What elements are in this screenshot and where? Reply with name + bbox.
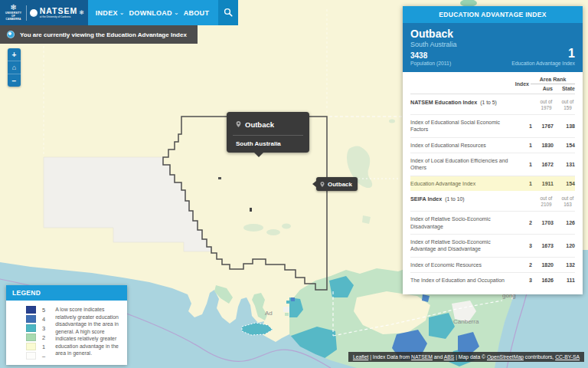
popup-subtitle: South Australia xyxy=(233,136,303,148)
col-area-rank: Area Rank Aus State xyxy=(531,77,575,91)
section-header-seifa: SEIFA Index (1 to 10) out of 2109 out of… xyxy=(410,191,575,211)
map-zoom-controls: + ⌂ − xyxy=(8,48,21,87)
table-row[interactable]: The Index of Education and Occupation 3 … xyxy=(410,272,575,288)
legend-item: 3 xyxy=(26,324,45,332)
natsem-link[interactable]: NATSEM xyxy=(411,354,433,360)
map-popup-outback[interactable]: Outback South Australia xyxy=(227,112,309,153)
score-block: 1 Education Advantage Index xyxy=(511,48,575,66)
zoom-in-button[interactable]: + xyxy=(8,48,21,61)
col-aus: Aus xyxy=(531,86,553,91)
legend-description: A low score indicates relatively greater… xyxy=(55,306,119,360)
notification-text: You are currently viewing the Education … xyxy=(20,31,187,38)
table-header: Index Area Rank Aus State xyxy=(410,72,575,94)
table-row[interactable]: Index of Relative Socio-Economic Disadva… xyxy=(410,211,575,234)
main-nav: INDEX ⌄ DOWNLOAD ⌄ ABOUT xyxy=(88,0,218,25)
natsem-logo: NATSEM at the University of Canberra xyxy=(40,7,78,18)
map-pin-icon xyxy=(236,117,241,131)
search-button[interactable] xyxy=(218,0,238,25)
table-row[interactable]: Index of Economic Resources 2 1820 132 xyxy=(410,257,575,272)
nav-item-index[interactable]: INDEX ⌄ xyxy=(96,9,125,17)
university-of-canberra-logo: ❄ UNIVERSITY OF CANBERRA xyxy=(4,4,23,21)
legend-item: 1 xyxy=(26,343,45,350)
index-table: Index Area Rank Aus State NATSEM Educati… xyxy=(403,72,583,294)
legend-swatch xyxy=(26,343,36,350)
col-state: State xyxy=(553,86,575,91)
legend-swatch xyxy=(26,306,36,314)
table-row[interactable]: Index of Educational Resources 1 1830 15… xyxy=(410,137,575,153)
notification-bar: You are currently viewing the Education … xyxy=(0,25,198,44)
legend-swatch xyxy=(26,315,36,323)
search-icon xyxy=(224,6,233,20)
label-adelaide: Ad xyxy=(265,310,273,317)
nav-item-download[interactable]: DOWNLOAD ⌄ xyxy=(129,9,179,17)
nav-label: ABOUT xyxy=(184,9,210,17)
legend-swatch xyxy=(26,334,36,341)
natsem-snowflake-icon: ❄ xyxy=(79,9,84,16)
map-pin-icon xyxy=(320,177,325,191)
ccbysa-link[interactable]: CC-BY-SA xyxy=(555,354,580,360)
score-label: Education Advantage Index xyxy=(511,61,575,66)
legend-swatch xyxy=(26,352,36,360)
uc-snowflake-icon: ❄ xyxy=(10,4,16,12)
brand-logo-block[interactable]: ❄ UNIVERSITY OF CANBERRA NATSEM at the U… xyxy=(0,0,88,25)
legend-swatch xyxy=(26,324,36,332)
legend-item: 4 xyxy=(26,315,45,323)
top-navigation-bar: ❄ UNIVERSITY OF CANBERRA NATSEM at the U… xyxy=(0,0,238,25)
table-row[interactable]: Index of Local Education Efficiencies an… xyxy=(410,153,575,176)
openstreetmap-link[interactable]: OpenStreetMap xyxy=(487,354,524,360)
chevron-down-icon: ⌄ xyxy=(119,11,125,15)
region-name: Outback xyxy=(410,28,575,40)
natsem-wordmark: NATSEM xyxy=(40,7,78,15)
chevron-down-icon: ⌄ xyxy=(174,11,179,15)
logo-divider xyxy=(26,5,27,21)
legend-scale: 5 4 3 2 1 – xyxy=(26,306,45,360)
natsem-globe-icon xyxy=(30,9,38,17)
legend-panel: LEGEND 5 4 3 2 1 – A low score indicates… xyxy=(6,285,127,365)
map-attribution: Leaflet | Index Data from NATSEM and ABS… xyxy=(348,352,584,362)
legend-item: 5 xyxy=(26,306,45,314)
nav-label: DOWNLOAD xyxy=(129,9,172,17)
panel-title: EDUCATION ADVANTAGE INDEX xyxy=(403,6,583,23)
education-index-panel: EDUCATION ADVANTAGE INDEX Outback South … xyxy=(403,6,583,294)
table-row[interactable]: Index of Educational Social Economic Fac… xyxy=(410,114,575,137)
legend-title: LEGEND xyxy=(6,285,127,301)
home-button[interactable]: ⌂ xyxy=(8,61,21,74)
uc-logo-text: UNIVERSITY OF CANBERRA xyxy=(4,12,23,21)
natsem-subtext: at the University of Canberra xyxy=(40,15,78,18)
table-row-highlighted[interactable]: Education Advantage Index 1 1911 154 xyxy=(410,176,575,191)
leaflet-link[interactable]: Leaflet xyxy=(353,354,368,360)
abs-link[interactable]: ABS xyxy=(444,354,455,360)
panel-region-info: Outback South Australia 3438 Population … xyxy=(403,23,583,72)
info-globe-icon xyxy=(7,31,15,38)
legend-item: – xyxy=(26,352,45,360)
label-canberra: Canberra xyxy=(453,318,479,325)
score-value: 1 xyxy=(511,48,575,60)
map-marker-outback[interactable]: Outback xyxy=(316,177,358,191)
legend-item: 2 xyxy=(26,334,45,341)
popup-title: Outback xyxy=(245,120,274,129)
col-index: Index xyxy=(514,81,529,87)
zoom-out-button[interactable]: − xyxy=(8,74,21,87)
nav-item-about[interactable]: ABOUT xyxy=(184,9,211,17)
marker-label: Outback xyxy=(328,181,352,188)
nav-label: INDEX xyxy=(96,9,118,17)
table-row[interactable]: Index of Relative Socio-Economic Advanta… xyxy=(410,234,575,257)
section-header-natsem: NATSEM Education Index (1 to 5) out of 1… xyxy=(410,94,575,114)
